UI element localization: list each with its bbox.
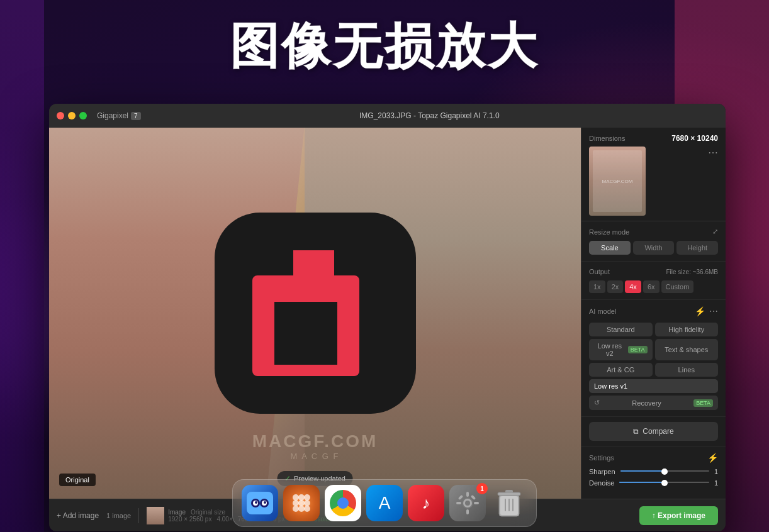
svg-rect-29	[508, 499, 510, 511]
settings-lightning-icon[interactable]: ⚡	[707, 453, 718, 463]
dock-item-music[interactable]: ♪	[408, 485, 444, 521]
sharpen-setting-row: Sharpen 1	[589, 468, 718, 475]
app-badge: 7	[131, 112, 141, 120]
resize-icon: ⤢	[712, 228, 718, 236]
thumbnail-watermark-text: MACGF.COM	[602, 179, 633, 184]
chrome-inner-circle	[337, 497, 349, 509]
scale-value: 4.00×	[216, 516, 232, 523]
scale-custom-button[interactable]: Custom	[661, 280, 694, 293]
input-dimensions: 1920 × 2560 px	[168, 516, 211, 523]
dock-item-sysprefs[interactable]: 1	[449, 485, 486, 521]
resize-mode-section: Resize mode ⤢ Scale Width Height	[581, 221, 726, 262]
scale-1x-button[interactable]: 1x	[589, 280, 605, 293]
svg-rect-32	[505, 490, 513, 493]
sharpen-value: 1	[714, 468, 718, 475]
svg-point-8	[298, 494, 305, 501]
ai-more-icon[interactable]: ⋯	[709, 306, 718, 316]
add-image-button[interactable]: + Add image	[57, 511, 99, 520]
dock: A ♪ 1	[232, 479, 537, 527]
svg-rect-28	[505, 499, 506, 511]
model-high-fidelity-button[interactable]: High fidelity	[655, 323, 719, 336]
music-icon: ♪	[415, 492, 437, 514]
compare-icon: ⧉	[633, 427, 639, 436]
ai-model-icons: ⚡ ⋯	[695, 306, 718, 316]
scale-6x-button[interactable]: 6x	[643, 280, 660, 293]
maximize-button[interactable]	[79, 112, 87, 119]
output-section: Output File size: ~36.6MB 1x 2x 4x 6x Cu…	[581, 262, 726, 300]
beta-badge: BETA	[628, 346, 648, 353]
compare-button[interactable]: ⧉ Compare	[589, 422, 718, 441]
dock-item-appstore[interactable]: A	[366, 485, 403, 521]
main-image: MACGF.COM M A C G F Original ✓ Preview u…	[49, 128, 581, 499]
sysprefs-notification-badge: 1	[476, 483, 488, 494]
denoise-label: Denoise	[589, 479, 614, 487]
export-button[interactable]: ↑ Export image	[639, 506, 718, 525]
sharpen-slider[interactable]	[620, 470, 709, 473]
denoise-slider[interactable]	[619, 482, 709, 484]
model-recovery-button[interactable]: ↺ Recovery BETA	[589, 396, 718, 410]
sharpen-thumb	[661, 468, 668, 475]
svg-point-11	[298, 500, 305, 506]
svg-point-9	[304, 494, 310, 501]
ai-model-label: AI model	[589, 308, 616, 315]
add-image-label: + Add image	[57, 511, 99, 520]
dock-item-chrome[interactable]	[325, 485, 361, 521]
ai-model-header: AI model ⚡ ⋯	[589, 306, 718, 316]
sysprefs-icon	[455, 490, 480, 516]
svg-rect-30	[512, 499, 514, 511]
model-low-res-v2-button[interactable]: Low res v2 BETA	[589, 339, 653, 360]
app-name-label: Gigapixel	[97, 111, 128, 120]
svg-point-5	[255, 501, 257, 504]
svg-rect-19	[466, 492, 469, 497]
denoise-setting-row: Denoise 1	[589, 479, 718, 487]
denoise-fill	[619, 482, 664, 483]
thumbnail-area: MACGF.COM ⋯	[589, 147, 718, 216]
thumbnail-more-button[interactable]: ⋯	[708, 147, 718, 158]
bottom-thumbnail	[147, 507, 164, 524]
resize-width-button[interactable]: Width	[633, 241, 675, 255]
scale-buttons: 1x 2x 4x 6x Custom	[589, 280, 718, 293]
sharpen-fill	[620, 470, 665, 472]
settings-section: Settings ⚡ Sharpen 1 Denoise	[581, 446, 726, 497]
chrome-icon	[330, 490, 356, 516]
original-badge: Original	[59, 474, 96, 486]
minimize-button[interactable]	[68, 112, 76, 119]
svg-rect-22	[474, 502, 479, 504]
resize-mode-buttons: Scale Width Height	[589, 241, 718, 255]
title-bar: Gigapixel 7 IMG_2033.JPG - Topaz Gigapix…	[49, 104, 726, 128]
image-area[interactable]: MACGF.COM M A C G F Original ✓ Preview u…	[49, 128, 581, 499]
thumbnail-image: MACGF.COM	[589, 147, 646, 216]
window-title: IMG_2033.JPG - Topaz Gigapixel AI 7.1.0	[141, 111, 718, 120]
dock-item-finder[interactable]	[242, 485, 278, 521]
close-button[interactable]	[57, 112, 64, 119]
resize-scale-button[interactable]: Scale	[589, 241, 631, 255]
model-text-shapes-button[interactable]: Text & shapes	[655, 339, 719, 360]
model-standard-button[interactable]: Standard	[589, 323, 653, 336]
trash-icon	[495, 487, 523, 519]
denoise-thumb	[661, 480, 668, 486]
dock-item-launchpad[interactable]	[283, 485, 320, 521]
dimensions-label: Dimensions	[589, 135, 625, 142]
svg-point-15	[304, 506, 310, 512]
compare-button-label: Compare	[643, 427, 673, 436]
lightning-icon[interactable]: ⚡	[695, 306, 705, 316]
original-size-label: Original size	[191, 509, 225, 516]
dimensions-value: 7680 × 10240	[671, 134, 718, 143]
resize-mode-label: Resize mode ⤢	[589, 228, 718, 236]
model-lines-button[interactable]: Lines	[655, 363, 719, 377]
ai-model-section: AI model ⚡ ⋯ Standard High fidelity Low …	[581, 300, 726, 417]
model-low-res-v1-button[interactable]: Low res v1	[589, 379, 718, 393]
scale-2x-button[interactable]: 2x	[607, 280, 624, 293]
bottom-divider	[138, 508, 139, 523]
dock-item-trash[interactable]	[491, 485, 527, 521]
recovery-beta-badge: BETA	[693, 399, 713, 407]
launchpad-icon	[289, 491, 313, 515]
model-art-cg-button[interactable]: Art & CG	[589, 363, 653, 377]
svg-text:♪: ♪	[422, 494, 430, 513]
resize-mode-text: Resize mode	[589, 228, 629, 236]
model-grid: Standard High fidelity Low res v2 BETA T…	[589, 323, 718, 410]
finder-icon	[247, 492, 273, 514]
recovery-icon: ↺	[594, 399, 600, 407]
scale-4x-button[interactable]: 4x	[625, 280, 641, 293]
resize-height-button[interactable]: Height	[676, 241, 718, 255]
